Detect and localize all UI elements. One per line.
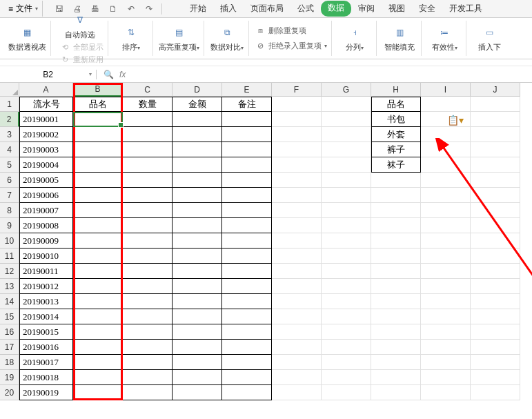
cell[interactable] — [322, 97, 371, 112]
cell[interactable] — [322, 127, 371, 142]
spreadsheet-grid[interactable]: ABCDEFGHIJ 1流水号品名数量金额备注品名220190001书包3201… — [0, 83, 532, 400]
row-header[interactable]: 7 — [0, 188, 19, 203]
cell[interactable] — [123, 112, 173, 127]
cell[interactable] — [322, 233, 371, 249]
cell[interactable] — [272, 218, 322, 233]
col-header-H[interactable]: H — [371, 83, 421, 97]
cell[interactable]: 20190006 — [19, 188, 73, 203]
row-header[interactable]: 19 — [0, 370, 19, 385]
row-header[interactable]: 20 — [0, 385, 19, 400]
cell[interactable] — [123, 370, 173, 385]
paste-options-icon[interactable]: 📋▾ — [447, 115, 464, 126]
cell[interactable]: 品名 — [371, 97, 421, 112]
col-header-J[interactable]: J — [471, 83, 520, 97]
cell[interactable]: 书包 — [371, 112, 421, 127]
cell[interactable] — [471, 233, 520, 249]
remove-dup-button[interactable]: ⧆ 删除重复项 — [255, 26, 306, 37]
cell[interactable] — [272, 97, 322, 112]
col-header-A[interactable]: A — [19, 83, 73, 97]
cell[interactable] — [421, 294, 471, 309]
cell[interactable]: 袜子 — [371, 157, 421, 173]
cell[interactable] — [173, 142, 222, 157]
row-header[interactable]: 1 — [0, 97, 19, 112]
cell[interactable] — [421, 355, 471, 370]
cell[interactable] — [173, 294, 222, 309]
cell[interactable] — [173, 355, 222, 370]
cell[interactable] — [371, 294, 421, 309]
cell[interactable]: 流水号 — [19, 97, 73, 112]
cell[interactable] — [322, 309, 371, 324]
cell[interactable] — [173, 249, 222, 264]
cell[interactable] — [371, 218, 421, 233]
cell[interactable] — [322, 294, 371, 309]
cell[interactable] — [471, 355, 520, 370]
cell[interactable] — [73, 203, 123, 218]
preview-icon[interactable]: 🗋 — [108, 3, 119, 14]
row-header[interactable]: 5 — [0, 157, 19, 173]
row-header[interactable]: 15 — [0, 309, 19, 324]
cell[interactable] — [371, 385, 421, 400]
cell[interactable] — [222, 264, 272, 279]
cell[interactable] — [471, 173, 520, 188]
cell[interactable] — [371, 249, 421, 264]
cell[interactable]: 20190011 — [19, 264, 73, 279]
cell[interactable] — [272, 203, 322, 218]
cell[interactable] — [272, 173, 322, 188]
cell[interactable] — [123, 173, 173, 188]
cell[interactable] — [222, 112, 272, 127]
cell[interactable] — [322, 188, 371, 203]
cell[interactable] — [421, 370, 471, 385]
cell[interactable] — [322, 340, 371, 355]
cell[interactable] — [123, 324, 173, 340]
cell[interactable] — [371, 340, 421, 355]
cell[interactable] — [371, 279, 421, 294]
cell[interactable] — [73, 370, 123, 385]
cell[interactable] — [73, 173, 123, 188]
col-header-F[interactable]: F — [272, 83, 322, 97]
cell[interactable] — [222, 218, 272, 233]
cell[interactable] — [73, 112, 123, 127]
cell[interactable] — [123, 188, 173, 203]
cell[interactable] — [123, 309, 173, 324]
cell[interactable] — [73, 340, 123, 355]
cell[interactable] — [322, 218, 371, 233]
cell[interactable] — [272, 112, 322, 127]
cell[interactable]: 20190017 — [19, 355, 73, 370]
cell[interactable] — [322, 355, 371, 370]
cell[interactable] — [173, 157, 222, 173]
cell[interactable] — [123, 218, 173, 233]
cell[interactable] — [173, 279, 222, 294]
row-header[interactable]: 18 — [0, 355, 19, 370]
search-icon[interactable]: 🔍 — [104, 70, 114, 79]
cell[interactable] — [471, 157, 520, 173]
cell[interactable] — [371, 173, 421, 188]
reapply-button[interactable]: ↻ 重新应用 — [59, 54, 104, 65]
name-box-input[interactable] — [17, 70, 79, 79]
cell[interactable] — [222, 309, 272, 324]
highlight-dup-button[interactable]: ▤ 高亮重复项▾ — [159, 24, 199, 52]
cell[interactable] — [421, 203, 471, 218]
smart-fill-button[interactable]: ▥ 智能填充 — [382, 24, 417, 52]
redo-icon[interactable]: ↷ — [144, 3, 155, 14]
cell[interactable] — [272, 188, 322, 203]
data-compare-button[interactable]: ⧉ 数据对比▾ — [210, 24, 244, 52]
menu-tab-0[interactable]: 开始 — [183, 1, 213, 17]
cell[interactable] — [272, 142, 322, 157]
cell[interactable] — [371, 370, 421, 385]
cell[interactable] — [123, 294, 173, 309]
cell[interactable] — [471, 142, 520, 157]
cell[interactable] — [73, 233, 123, 249]
cell[interactable] — [322, 249, 371, 264]
cell[interactable] — [421, 142, 471, 157]
cell[interactable] — [222, 340, 272, 355]
cell[interactable] — [173, 309, 222, 324]
cell[interactable] — [73, 249, 123, 264]
cell[interactable] — [222, 203, 272, 218]
fx-icon[interactable]: fx — [119, 70, 126, 79]
cell[interactable]: 20190015 — [19, 324, 73, 340]
cell[interactable]: 20190003 — [19, 142, 73, 157]
cell[interactable] — [471, 370, 520, 385]
col-header-G[interactable]: G — [322, 83, 371, 97]
cell[interactable] — [222, 157, 272, 173]
validity-button[interactable]: ≔ 有效性▾ — [427, 24, 462, 52]
